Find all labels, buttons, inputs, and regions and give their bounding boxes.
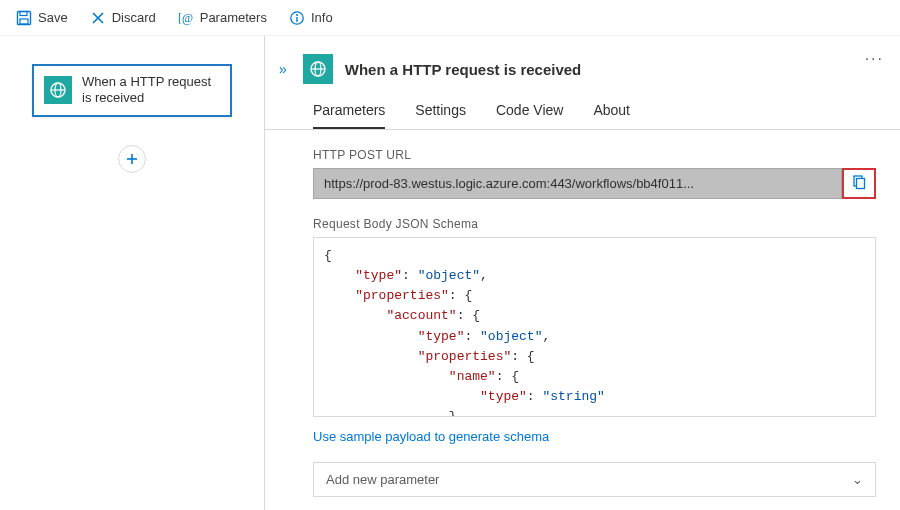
svg-point-7: [296, 14, 298, 16]
tab-code-view[interactable]: Code View: [496, 102, 563, 129]
save-label: Save: [38, 10, 68, 25]
details-panel: » When a HTTP request is received ··· Pa…: [265, 36, 900, 510]
http-url-field[interactable]: https://prod-83.westus.logic.azure.com:4…: [313, 168, 842, 199]
parameters-label: Parameters: [200, 10, 267, 25]
http-request-icon: [44, 76, 72, 104]
info-icon: [289, 10, 305, 26]
discard-button[interactable]: Discard: [82, 6, 164, 30]
tab-parameters[interactable]: Parameters: [313, 102, 385, 129]
svg-rect-8: [296, 17, 297, 22]
use-sample-payload-link[interactable]: Use sample payload to generate schema: [313, 429, 549, 444]
parameters-icon: [@]: [178, 10, 194, 26]
add-parameter-label: Add new parameter: [326, 472, 439, 487]
copy-url-button[interactable]: [842, 168, 876, 199]
tab-settings[interactable]: Settings: [415, 102, 466, 129]
parameters-button[interactable]: [@] Parameters: [170, 6, 275, 30]
chevron-down-icon: ⌄: [852, 472, 863, 487]
discard-icon: [90, 10, 106, 26]
svg-rect-18: [857, 179, 865, 189]
info-label: Info: [311, 10, 333, 25]
trigger-card[interactable]: When a HTTP request is received: [32, 64, 232, 117]
discard-label: Discard: [112, 10, 156, 25]
tab-about[interactable]: About: [593, 102, 630, 129]
collapse-panel-button[interactable]: »: [275, 59, 291, 79]
designer-canvas: When a HTTP request is received: [0, 36, 265, 510]
save-button[interactable]: Save: [8, 6, 76, 30]
schema-label: Request Body JSON Schema: [313, 217, 876, 231]
more-actions-button[interactable]: ···: [865, 50, 884, 68]
info-button[interactable]: Info: [281, 6, 341, 30]
top-toolbar: Save Discard [@] Parameters Info: [0, 0, 900, 36]
http-request-icon: [303, 54, 333, 84]
http-url-label: HTTP POST URL: [313, 148, 876, 162]
schema-editor[interactable]: { "type": "object", "properties": { "acc…: [313, 237, 876, 417]
copy-icon: [851, 174, 867, 193]
save-icon: [16, 10, 32, 26]
panel-tabs: Parameters Settings Code View About: [265, 92, 900, 130]
svg-rect-2: [20, 19, 28, 24]
panel-title: When a HTTP request is received: [345, 61, 581, 78]
add-step-button[interactable]: [118, 145, 146, 173]
svg-text:[@]: [@]: [178, 11, 194, 25]
trigger-card-label: When a HTTP request is received: [82, 74, 220, 107]
add-parameter-dropdown[interactable]: Add new parameter ⌄: [313, 462, 876, 497]
